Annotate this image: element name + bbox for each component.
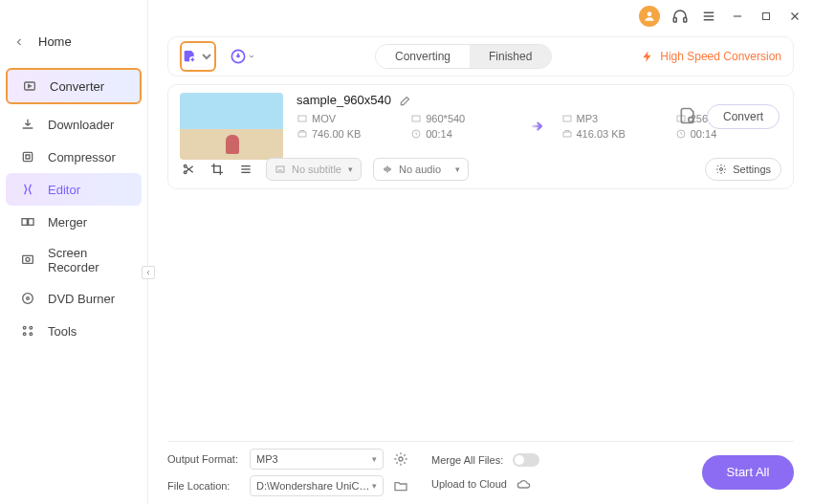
- start-all-button[interactable]: Start All: [702, 455, 794, 490]
- merge-label: Merge All Files:: [431, 454, 503, 466]
- sidebar-item-label: Editor: [48, 183, 80, 197]
- tools-icon: [19, 322, 36, 340]
- file-settings-button[interactable]: Settings: [705, 158, 781, 181]
- svg-point-17: [23, 294, 33, 304]
- sidebar-item-screen-recorder[interactable]: Screen Recorder: [6, 238, 142, 282]
- sidebar-item-label: Downloader: [48, 118, 114, 132]
- chevron-down-icon: ▾: [372, 481, 377, 491]
- svg-point-16: [26, 257, 30, 261]
- crop-button[interactable]: [209, 161, 226, 178]
- svg-point-31: [689, 118, 693, 122]
- dvd-icon: [19, 290, 36, 307]
- input-resolution: 960*540: [410, 113, 516, 124]
- sidebar-item-label: Compressor: [48, 150, 116, 164]
- crop-icon: [209, 162, 225, 177]
- chevron-down-icon: ▾: [372, 454, 377, 464]
- sidebar-item-merger[interactable]: Merger: [6, 206, 142, 238]
- high-speed-conversion[interactable]: High Speed Conversion: [641, 50, 781, 63]
- lightning-icon: [641, 50, 654, 63]
- svg-rect-15: [23, 255, 33, 263]
- chevron-down-icon: ▾: [348, 164, 353, 174]
- upload-cloud-label: Upload to Cloud: [431, 478, 507, 490]
- input-format: MOV: [297, 113, 403, 124]
- svg-point-20: [30, 326, 33, 329]
- video-thumbnail[interactable]: [180, 93, 283, 160]
- sidebar-item-converter[interactable]: Converter: [6, 68, 142, 104]
- input-size: 746.00 KB: [297, 128, 403, 140]
- sidebar-item-label: Converter: [50, 79, 104, 94]
- trim-button[interactable]: [180, 161, 197, 178]
- svg-point-18: [27, 297, 30, 300]
- svg-rect-12: [23, 152, 32, 161]
- subtitle-select[interactable]: No subtitle ▾: [266, 158, 362, 181]
- convert-button[interactable]: Convert: [707, 104, 780, 129]
- input-duration: 00:14: [410, 128, 516, 140]
- svg-point-22: [30, 333, 33, 336]
- sidebar-item-label: Screen Recorder: [48, 246, 128, 274]
- output-format: MP3: [561, 113, 668, 124]
- svg-point-40: [399, 457, 403, 461]
- pencil-icon: [399, 94, 412, 107]
- tab-converting[interactable]: Converting: [376, 45, 470, 68]
- svg-rect-14: [29, 219, 33, 226]
- gear-icon: [715, 164, 727, 175]
- output-format-settings[interactable]: [393, 451, 408, 467]
- merge-toggle[interactable]: [513, 453, 539, 467]
- sidebar-item-label: DVD Burner: [48, 292, 115, 306]
- file-gear-icon: [678, 106, 697, 125]
- output-format-label: Output Format:: [167, 453, 240, 465]
- sidebar: Home Converter Downloader Compressor Edi…: [0, 0, 148, 504]
- upload-cloud-button[interactable]: [516, 476, 532, 492]
- scissors-icon: [181, 162, 196, 177]
- svg-point-39: [720, 168, 723, 171]
- chevron-down-icon: [199, 48, 214, 65]
- audio-select[interactable]: No audio ▾: [373, 158, 469, 181]
- file-location-select[interactable]: D:\Wondershare UniConverter 1 ▾: [250, 475, 384, 496]
- editor-icon: [19, 181, 36, 198]
- file-name: sample_960x540: [297, 93, 391, 107]
- sidebar-item-label: Merger: [48, 215, 87, 230]
- cloud-icon: [516, 476, 532, 492]
- folder-icon: [393, 478, 408, 493]
- output-duration: 00:14: [675, 128, 781, 140]
- sidebar-item-dvd-burner[interactable]: DVD Burner: [6, 282, 142, 315]
- svg-rect-13: [22, 219, 27, 226]
- file-location-label: File Location:: [167, 480, 240, 492]
- svg-point-32: [184, 164, 187, 167]
- svg-marker-11: [29, 85, 32, 88]
- main: Converting Finished High Speed Conversio…: [148, 0, 813, 504]
- topbar: Converting Finished High Speed Conversio…: [167, 36, 794, 77]
- effects-button[interactable]: [237, 161, 254, 178]
- edit-name-button[interactable]: [399, 94, 412, 107]
- chevron-left-icon: [13, 36, 25, 48]
- svg-rect-27: [563, 116, 571, 121]
- tab-finished[interactable]: Finished: [470, 45, 551, 68]
- audio-icon: [382, 164, 393, 175]
- add-file-icon: [182, 48, 197, 65]
- svg-rect-25: [298, 116, 306, 121]
- add-file-button[interactable]: [180, 41, 216, 72]
- subtitle-icon: [275, 164, 286, 175]
- open-folder-button[interactable]: [393, 478, 408, 493]
- sidebar-item-editor[interactable]: Editor: [6, 173, 142, 206]
- chevron-down-icon: [248, 53, 255, 60]
- output-format-select[interactable]: MP3 ▾: [250, 449, 384, 470]
- status-tabs: Converting Finished: [375, 44, 552, 69]
- downloader-icon: [19, 116, 36, 133]
- sidebar-item-downloader[interactable]: Downloader: [6, 108, 142, 141]
- sidebar-item-tools[interactable]: Tools: [6, 315, 142, 347]
- sidebar-item-label: Tools: [48, 324, 77, 339]
- output-settings-button[interactable]: [678, 106, 699, 127]
- gear-icon: [393, 451, 408, 467]
- add-download-button[interactable]: [224, 41, 260, 72]
- file-card: sample_960x540 MOV 960*540 MP3 256 kbps …: [167, 84, 794, 189]
- home-label: Home: [38, 34, 72, 49]
- bottom-bar: Output Format: MP3 ▾ File Location: D:\W…: [167, 441, 794, 494]
- svg-rect-37: [276, 166, 284, 172]
- merger-icon: [19, 213, 36, 230]
- compressor-icon: [19, 148, 36, 165]
- sidebar-item-compressor[interactable]: Compressor: [6, 141, 142, 173]
- converter-icon: [21, 77, 38, 95]
- back-home[interactable]: Home: [0, 27, 147, 56]
- svg-rect-26: [412, 116, 420, 121]
